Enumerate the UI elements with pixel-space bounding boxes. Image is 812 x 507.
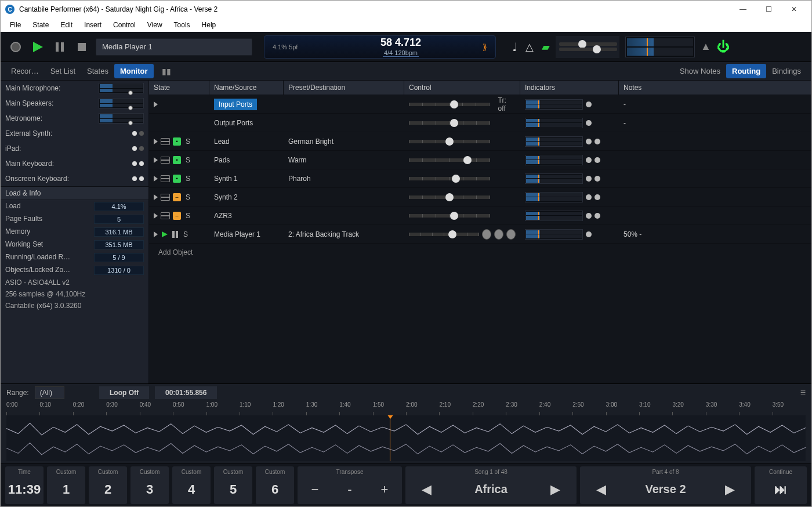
transpose-down-button[interactable]: − — [298, 482, 332, 497]
ruler-tick[interactable]: 3:40 — [739, 401, 772, 415]
close-button[interactable]: ✕ — [781, 1, 807, 18]
expand-icon[interactable] — [154, 157, 158, 163]
menu-control[interactable]: Control — [108, 19, 140, 31]
tab-show-notes[interactable]: Show Notes — [674, 64, 726, 78]
ruler-tick[interactable]: 3:50 — [773, 401, 806, 415]
ruler-tick[interactable]: 0:40 — [140, 401, 173, 415]
play-icon[interactable] — [161, 230, 169, 238]
custom-button-4[interactable]: Custom4 — [172, 466, 211, 504]
minimize-button[interactable]: — — [730, 1, 756, 18]
solo-button[interactable]: S — [184, 137, 192, 146]
tab-bindings[interactable]: Bindings — [766, 64, 807, 78]
tab-recor-[interactable]: Recor… — [5, 64, 45, 78]
ruler-tick[interactable]: 2:40 — [539, 401, 572, 415]
ruler-tick[interactable]: 1:30 — [306, 401, 339, 415]
record-button[interactable] — [8, 39, 24, 55]
preset-cell[interactable]: Warm — [284, 156, 404, 164]
transpose-control[interactable]: Transpose − - + — [298, 466, 402, 504]
tab-routing[interactable]: Routing — [726, 64, 766, 78]
enable-toggle[interactable]: • — [173, 175, 181, 183]
ruler-tick[interactable]: 2:30 — [506, 401, 539, 415]
expand-icon[interactable] — [154, 194, 158, 200]
level-meter[interactable] — [99, 98, 144, 108]
menu-help[interactable]: Help — [197, 19, 221, 31]
enable-toggle[interactable]: – — [173, 212, 181, 220]
part-name[interactable]: Verse 2 — [623, 483, 709, 496]
column-header[interactable]: Name/Source — [209, 81, 284, 95]
menu-view[interactable]: View — [143, 19, 167, 31]
column-header[interactable]: Preset/Destination — [284, 81, 404, 95]
ruler-tick[interactable]: 0:20 — [73, 401, 106, 415]
routing-row[interactable]: Input PortsTr: off- — [149, 95, 811, 114]
pause-button[interactable] — [52, 39, 68, 55]
preset-cell[interactable]: Pharoh — [284, 175, 404, 183]
column-header[interactable]: Notes — [619, 81, 811, 95]
ruler-tick[interactable]: 0:00 — [6, 401, 39, 415]
gain-slider[interactable] — [409, 121, 490, 125]
column-header[interactable]: State — [149, 81, 209, 95]
gain-slider[interactable] — [409, 177, 490, 180]
timeline-menu-icon[interactable]: ≡ — [800, 388, 806, 398]
level-meter[interactable] — [99, 83, 144, 93]
playhead-marker[interactable] — [390, 415, 390, 461]
song-name[interactable]: Africa — [448, 483, 534, 496]
gain-slider[interactable] — [409, 195, 490, 199]
menu-state[interactable]: State — [28, 19, 53, 31]
level-meter[interactable] — [99, 113, 144, 124]
ruler-tick[interactable]: 2:00 — [406, 401, 439, 415]
routing-row[interactable]: •SPadsWarm — [149, 151, 811, 169]
metronome-icon[interactable]: △ — [525, 41, 534, 53]
maximize-button[interactable]: ☐ — [756, 1, 781, 18]
waveform-display[interactable] — [6, 415, 806, 461]
power-icon[interactable]: ⏻ — [717, 39, 730, 55]
prev-part-button[interactable]: ◀ — [580, 482, 623, 497]
custom-button-5[interactable]: Custom5 — [214, 466, 252, 504]
ruler-tick[interactable]: 0:30 — [106, 401, 139, 415]
gain-slider[interactable] — [409, 233, 479, 236]
menu-edit[interactable]: Edit — [56, 19, 77, 31]
gain-slider[interactable] — [409, 214, 490, 218]
enable-toggle[interactable]: – — [173, 193, 181, 201]
now-playing-display[interactable]: Media Player 1 — [96, 38, 252, 56]
ruler-tick[interactable]: 2:50 — [572, 401, 606, 415]
play-button[interactable] — [30, 39, 46, 55]
custom-button-2[interactable]: Custom2 — [89, 466, 127, 504]
expand-icon[interactable] — [154, 231, 158, 237]
ruler-tick[interactable]: 1:10 — [240, 401, 273, 415]
tab-set-list[interactable]: Set List — [45, 64, 81, 78]
menu-file[interactable]: File — [5, 19, 26, 31]
next-song-button[interactable]: ▶ — [534, 482, 577, 497]
menu-tools[interactable]: Tools — [169, 19, 195, 31]
add-object-link[interactable]: Add Object — [149, 244, 811, 261]
knob-control[interactable] — [494, 229, 503, 240]
loop-button[interactable]: Loop Off — [99, 386, 149, 399]
broadcast-icon[interactable]: ⟫ — [483, 42, 487, 52]
notes-cell[interactable]: 50% - — [619, 230, 811, 238]
warning-icon[interactable]: ▲ — [701, 41, 711, 53]
master-gain-sliders[interactable] — [556, 36, 619, 58]
note-icon[interactable]: ♩ — [512, 40, 517, 54]
ruler-tick[interactable]: 1:00 — [206, 401, 240, 415]
stop-button[interactable] — [74, 39, 90, 55]
expand-icon[interactable] — [154, 176, 158, 182]
tab-states[interactable]: States — [81, 64, 114, 78]
ruler-tick[interactable]: 3:30 — [706, 401, 739, 415]
gain-slider[interactable] — [409, 158, 490, 162]
tab-monitor[interactable]: Monitor — [114, 64, 154, 78]
routing-row[interactable]: –SSynth 2 — [149, 188, 811, 207]
preset-cell[interactable]: German Bright — [284, 137, 404, 146]
pause-icon[interactable] — [172, 230, 179, 238]
routing-row[interactable]: •SLeadGerman Bright — [149, 132, 811, 151]
expand-icon[interactable] — [154, 139, 158, 144]
column-header[interactable]: Indicators — [520, 81, 619, 95]
transpose-up-button[interactable]: + — [367, 482, 402, 497]
notes-cell[interactable]: - — [619, 119, 811, 127]
expand-icon[interactable] — [154, 213, 158, 219]
custom-button-6[interactable]: Custom6 — [256, 466, 294, 504]
routing-row[interactable]: Output Ports- — [149, 114, 811, 132]
timeline-ruler[interactable]: 0:000:100:200:300:400:501:001:101:201:30… — [1, 401, 811, 415]
ruler-tick[interactable]: 1:40 — [339, 401, 372, 415]
solo-button[interactable]: S — [184, 156, 192, 164]
next-part-button[interactable]: ▶ — [708, 482, 751, 497]
enable-toggle[interactable]: • — [173, 137, 181, 146]
